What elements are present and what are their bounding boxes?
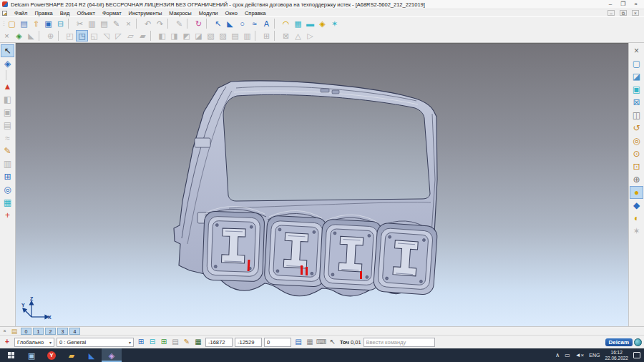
notification-center-icon[interactable] bbox=[633, 352, 640, 358]
menu-tools[interactable]: Инструменты bbox=[125, 10, 166, 16]
surface-tool-icon[interactable]: ◠ bbox=[280, 18, 292, 29]
curve-tool-icon[interactable]: ≈ bbox=[248, 18, 260, 29]
solid-revolve-icon[interactable]: ◨ bbox=[168, 30, 180, 41]
menu-view[interactable]: Вид bbox=[57, 10, 74, 16]
select-surfaces-icon[interactable]: ◹ bbox=[100, 30, 112, 41]
print-icon[interactable]: ⊟ bbox=[54, 18, 67, 29]
solid-extrude-icon[interactable]: ◧ bbox=[156, 30, 168, 41]
scale-copy-icon[interactable]: ▷ bbox=[304, 30, 316, 41]
clock[interactable]: 16:12 22.06.2022 bbox=[605, 350, 628, 361]
level-tab-2[interactable]: 2 bbox=[45, 328, 56, 335]
level-active-icon[interactable]: ⊞ bbox=[159, 337, 169, 347]
rotate-copy-icon[interactable]: △ bbox=[292, 30, 304, 41]
user-select-icon[interactable]: ✎ bbox=[182, 337, 192, 347]
multi-window-icon[interactable]: ◫ bbox=[630, 109, 643, 122]
solid-tool-icon[interactable]: ▦ bbox=[292, 18, 304, 29]
menu-modules[interactable]: Модули bbox=[195, 10, 222, 16]
circle-tool-icon[interactable]: ○ bbox=[236, 18, 248, 29]
solid-boolean-icon[interactable]: ▥ bbox=[241, 30, 253, 41]
mirror-icon[interactable]: ⊠ bbox=[280, 30, 292, 41]
shaded-view-icon[interactable]: ▣ bbox=[630, 83, 643, 96]
flag-icon[interactable]: ◣ bbox=[25, 30, 37, 41]
start-button[interactable] bbox=[0, 348, 21, 362]
position-panel-icon[interactable]: ▤ bbox=[293, 337, 303, 347]
3d-viewport[interactable]: Z X Y bbox=[16, 43, 628, 326]
child-close-button[interactable]: × bbox=[632, 10, 639, 16]
level-locked-icon[interactable]: ⊟ bbox=[147, 337, 157, 347]
tailgate-model[interactable] bbox=[165, 72, 451, 301]
clip-plane-icon[interactable]: ◆ bbox=[630, 199, 643, 212]
hidden-line-view-icon[interactable]: ◪ bbox=[630, 70, 643, 83]
menu-macros[interactable]: Макросы bbox=[165, 10, 195, 16]
workplane-icon[interactable]: + bbox=[2, 337, 12, 347]
calculator-icon[interactable]: ▦ bbox=[305, 337, 315, 347]
display-icon[interactable]: ▭ bbox=[565, 352, 570, 358]
menu-format[interactable]: Формат bbox=[99, 10, 125, 16]
level-tab-3[interactable]: 3 bbox=[57, 328, 68, 335]
child-restore-button[interactable]: ⧉ bbox=[620, 10, 627, 16]
inspect-model-icon[interactable]: ◎ bbox=[1, 183, 14, 196]
zoom-full-icon[interactable]: ⊙ bbox=[630, 147, 643, 160]
level-visibility-icon[interactable]: ⊞ bbox=[136, 337, 146, 347]
menu-edit[interactable]: Правка bbox=[31, 10, 56, 16]
level-tab-1[interactable]: 1 bbox=[33, 328, 44, 335]
smoothness-icon[interactable]: ≈ bbox=[1, 132, 14, 145]
select-workplanes-icon[interactable]: ◳ bbox=[76, 30, 88, 41]
grid-icon[interactable]: ▦ bbox=[193, 337, 203, 347]
zoom-box-icon[interactable]: ⊡ bbox=[630, 160, 643, 173]
shaded-globe-icon[interactable]: ● bbox=[630, 186, 643, 199]
new-model-icon[interactable]: ▢ bbox=[6, 18, 18, 29]
keyboard-icon[interactable]: ⌨ bbox=[316, 337, 326, 347]
text-tool-icon[interactable]: A bbox=[260, 18, 273, 29]
taskbar-app-powershape[interactable]: ◈ bbox=[102, 348, 122, 362]
close-view-toolbar-icon[interactable]: × bbox=[630, 44, 643, 57]
surface-analysis-icon[interactable]: ◧ bbox=[1, 93, 14, 106]
undo-icon[interactable]: ↶ bbox=[142, 18, 154, 29]
language-indicator[interactable]: ENG bbox=[589, 353, 600, 358]
lighting-icon[interactable]: ✶ bbox=[630, 225, 643, 238]
wire-globe-icon[interactable]: ⊕ bbox=[630, 173, 643, 186]
solid-shell-icon[interactable]: ▧ bbox=[205, 30, 217, 41]
menu-object[interactable]: Объект bbox=[73, 10, 99, 16]
workplane-tool-icon[interactable]: ◈ bbox=[1, 57, 14, 70]
solid-slab-icon[interactable]: ▬ bbox=[304, 18, 316, 29]
menu-window[interactable]: Окно bbox=[222, 10, 241, 16]
solid-split-icon[interactable]: ▤ bbox=[229, 30, 241, 41]
copy-icon[interactable]: ▥ bbox=[86, 18, 98, 29]
paste-icon[interactable]: ▤ bbox=[98, 18, 110, 29]
select-solids-icon[interactable]: ◸ bbox=[112, 30, 125, 41]
menu-help[interactable]: Справка bbox=[241, 10, 269, 16]
edit-pencil-icon[interactable]: ✎ bbox=[173, 18, 185, 29]
material-icon[interactable]: ◐ bbox=[630, 212, 643, 225]
menu-file[interactable]: Файл bbox=[11, 10, 31, 16]
wireframe-view-icon[interactable]: ▢ bbox=[630, 57, 643, 70]
save-icon[interactable]: ▣ bbox=[42, 18, 54, 29]
solid-draft-icon[interactable]: ▨ bbox=[217, 30, 229, 41]
taskbar-app-explorer[interactable]: ▰ bbox=[62, 348, 82, 362]
model-window-opening[interactable] bbox=[223, 94, 430, 201]
volume-muted-icon[interactable]: ◄× bbox=[575, 352, 585, 358]
zoom-in-icon[interactable]: ◎ bbox=[630, 134, 643, 147]
select-region-icon[interactable]: ▱ bbox=[125, 30, 137, 41]
solid-cut-icon[interactable]: ◩ bbox=[180, 30, 192, 41]
taskbar-app-yandex[interactable]: Y bbox=[42, 348, 62, 362]
taskbar-app-computer[interactable]: ▣ bbox=[21, 348, 42, 362]
select-box-icon[interactable]: ▰ bbox=[137, 30, 149, 41]
select-wireframe-icon[interactable]: ◱ bbox=[88, 30, 100, 41]
level-select[interactable]: 0 : General ▾ bbox=[57, 338, 134, 347]
undo-view-icon[interactable]: ↺ bbox=[630, 122, 643, 134]
block-edit-icon[interactable]: ▤ bbox=[1, 119, 14, 132]
child-minimize-button[interactable]: – bbox=[608, 10, 615, 16]
feature-tool-icon[interactable]: ◈ bbox=[316, 18, 328, 29]
open-model-icon[interactable]: ▤ bbox=[18, 18, 30, 29]
format-brush-icon[interactable]: ✎ bbox=[110, 18, 122, 29]
tabs-close-button[interactable]: × bbox=[1, 328, 8, 333]
view-orient-icon[interactable]: ⊠ bbox=[630, 96, 643, 109]
levels-panel-icon[interactable]: ▤ bbox=[9, 328, 19, 335]
redo-icon[interactable]: ↷ bbox=[154, 18, 166, 29]
wizard-tool-icon[interactable]: ✶ bbox=[328, 18, 341, 29]
tray-expand-icon[interactable]: ∧ bbox=[555, 352, 560, 358]
workplane-select[interactable]: Глобально ▾ bbox=[14, 338, 54, 347]
arc-tool-icon[interactable]: ◣ bbox=[224, 18, 236, 29]
select-all-icon[interactable]: ◰ bbox=[64, 30, 76, 41]
